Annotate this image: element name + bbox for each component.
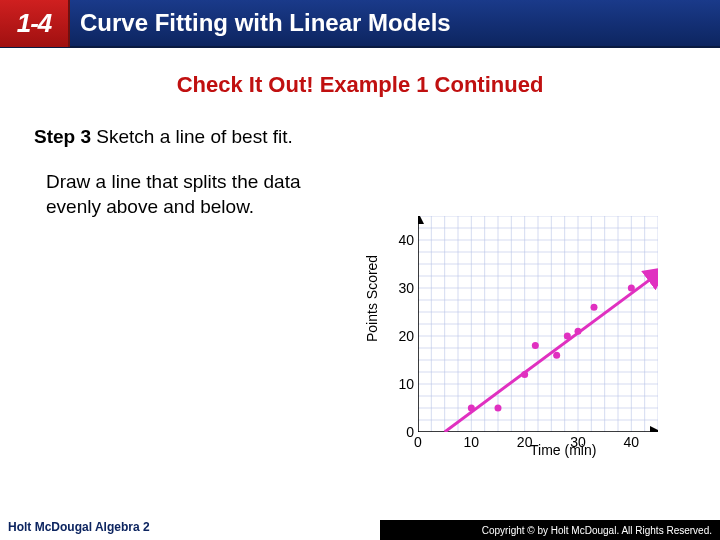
x-tick-label: 0 [414,434,422,450]
plot-area: 010203040 010203040 [418,216,658,432]
data-point [521,371,528,378]
data-point [591,304,598,311]
lesson-number-box: 1-4 [0,0,70,47]
data-point [495,405,502,412]
data-point [575,328,582,335]
step-label: Step 3 [34,126,91,147]
x-tick-label: 40 [624,434,640,450]
x-tick-label: 30 [570,434,586,450]
lesson-number: 1-4 [17,8,52,39]
y-tick-label: 30 [398,280,414,296]
step-text: Sketch a line of best fit. [96,126,292,147]
instruction-text: Draw a line that splits the data evenly … [46,170,326,219]
step-line: Step 3 Sketch a line of best fit. [34,126,720,148]
footer-copyright: Copyright © by Holt McDougal. All Rights… [380,520,720,540]
data-point [564,333,571,340]
footer-course: Holt McDougal Algebra 2 [8,520,150,534]
y-tick-label: 20 [398,328,414,344]
scatter-chart: Points Scored Time (min) 010203040 01020… [370,208,690,470]
data-point [532,342,539,349]
page-title: Curve Fitting with Linear Models [80,9,451,37]
chart-svg [418,216,658,432]
y-tick-label: 0 [406,424,414,440]
x-tick-label: 10 [464,434,480,450]
y-tick-label: 10 [398,376,414,392]
data-point [468,405,475,412]
data-point [628,285,635,292]
header-bar: 1-4 Curve Fitting with Linear Models [0,0,720,48]
data-point [553,352,560,359]
y-tick-label: 40 [398,232,414,248]
x-axis-label: Time (min) [530,442,596,458]
example-subtitle: Check It Out! Example 1 Continued [0,72,720,98]
y-axis-label: Points Scored [364,255,380,342]
x-tick-label: 20 [517,434,533,450]
